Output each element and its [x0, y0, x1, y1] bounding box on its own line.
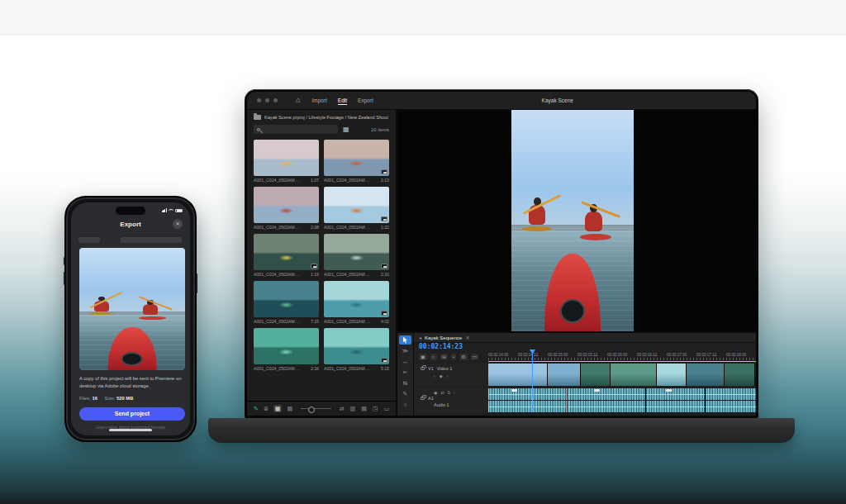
linked-selection-icon[interactable]: ⊞ [440, 354, 448, 360]
media-clip[interactable]: A001_C024_0502AM.RDC5:15 [324, 328, 389, 371]
zoom-window-icon[interactable] [273, 98, 278, 102]
tab-import[interactable]: Import [311, 95, 326, 106]
new-bin-icon[interactable]: ▥ [350, 406, 356, 411]
lock-icon[interactable] [421, 397, 425, 400]
media-clip[interactable]: A001_C024_0502AM.RDC1:19 [254, 234, 319, 277]
media-clip[interactable]: A001_C024_0502AM.RDC7:15 [254, 281, 319, 324]
settings-wrench-icon[interactable]: ⚙ [459, 354, 467, 360]
timeline-video-clip[interactable] [657, 364, 687, 386]
phone-volume-button [64, 257, 65, 265]
insert-overwrite-icon[interactable]: ▣ [419, 354, 427, 360]
captions-icon[interactable]: ▭ [471, 354, 479, 360]
project-folder-icon [254, 115, 261, 120]
ripple-edit-tool-icon[interactable]: ↔ [399, 357, 411, 366]
media-clip[interactable]: A001_C024_0502AM.RDC2:10 [324, 234, 389, 277]
media-clip[interactable]: A001_C024_0502AM.RDC1:07 [254, 140, 319, 183]
lock-icon[interactable] [421, 367, 425, 370]
kayaker-torso [585, 212, 602, 231]
list-view-icon[interactable]: ≣ [264, 406, 269, 411]
time-ruler[interactable]: 00:02:14:0000:02:14:1200:02:15:0000:02:1… [488, 351, 756, 362]
tab-edit[interactable]: Edit [338, 95, 347, 106]
kayaker-right [143, 304, 158, 315]
view-grid-icon[interactable]: ▦ [343, 126, 349, 133]
playhead[interactable] [532, 353, 533, 412]
mute-icon[interactable]: ⇄ [440, 390, 444, 395]
clip-caption: A001_C024_0502AM.RDC1:07 [254, 178, 319, 183]
chevron-left-icon[interactable]: ◂ [419, 335, 421, 340]
zoom-slider[interactable] [301, 408, 331, 409]
close-window-icon[interactable] [257, 98, 261, 102]
pen-tool-icon[interactable]: ✎ [399, 389, 411, 398]
home-indicator[interactable] [109, 429, 152, 431]
media-clip[interactable]: A001_C024_0502AM.RDC2:13 [324, 140, 389, 183]
timeline-video-clip[interactable] [488, 364, 548, 386]
clip-duration: 2:08 [311, 225, 319, 230]
program-monitor[interactable] [397, 110, 756, 331]
right-column: ≫↔✂⇆✎○ ◂ Kayak Sequence ✕ 00:02:14:23 ▣∩… [397, 110, 756, 416]
top-band [0, 0, 846, 35]
media-clip[interactable]: A001_C024_0502AM.RDC4:02 [324, 281, 389, 324]
track-select-tool-icon[interactable]: ≫ [399, 346, 411, 355]
export-option-chip[interactable] [78, 237, 100, 243]
zoom-tool-icon[interactable]: ○ [399, 400, 411, 409]
solo-icon[interactable]: S [448, 390, 450, 395]
timecode-display[interactable]: 00:02:14:23 [414, 343, 756, 351]
snap-icon[interactable]: ∩ [430, 354, 437, 360]
home-icon[interactable]: ⌂ [296, 97, 300, 104]
kayaker-left [529, 205, 546, 225]
audio-track-badge[interactable]: A1 [428, 396, 434, 401]
timeline-video-clip[interactable] [687, 364, 725, 386]
audio-clip-strip[interactable] [488, 388, 756, 413]
next-keyframe-icon[interactable]: › [447, 373, 449, 378]
marker-icon[interactable]: • [451, 354, 456, 360]
timeline-video-clip[interactable] [725, 364, 755, 386]
export-option-chip[interactable] [121, 237, 182, 243]
minimize-window-icon[interactable] [265, 98, 269, 102]
ruler-tick-label: 00:02:17:00 [667, 351, 696, 357]
battery-icon [175, 209, 183, 213]
ruler-tick-label: 00:02:17:12 [696, 351, 726, 357]
window-controls[interactable] [257, 98, 278, 102]
folder-icon[interactable]: ▤ [361, 406, 367, 411]
clip-duration: 1:07 [311, 178, 319, 183]
automate-to-sequence-icon[interactable]: ⇄ [340, 406, 345, 411]
send-project-button[interactable]: Send project [79, 407, 185, 421]
timeline-video-clip[interactable] [548, 364, 581, 386]
search-input[interactable] [254, 125, 338, 134]
filmstrip-view-icon[interactable]: ▤ [287, 406, 292, 411]
trash-icon[interactable]: ▭ [383, 406, 389, 411]
razor-tool-icon[interactable]: ✂ [399, 368, 411, 377]
prev-keyframe-icon[interactable]: ‹ [434, 373, 435, 378]
clip-duration: 2:13 [381, 178, 389, 183]
close-sequence-icon[interactable]: ✕ [465, 335, 469, 340]
ruler-tick-label: 00:02:16:12 [637, 351, 667, 357]
timeline-video-clip[interactable] [611, 364, 657, 386]
clip-name: A001_C024_0502AM.RDC [254, 366, 302, 371]
mic-icon[interactable]: ◦ [454, 390, 455, 395]
bin-toolbar-right: ⇄▥▤◳▭ [340, 406, 389, 411]
media-clip[interactable]: A001_C024_0502AM.RDC2:08 [254, 187, 319, 230]
kayaker-right [585, 212, 602, 231]
audio-clip-cut [705, 388, 706, 413]
audio-record-icon[interactable]: ◉ [434, 390, 437, 395]
breadcrumb[interactable]: Kayak Scene.prproj / Lifestyle Footage /… [264, 115, 388, 120]
grid-view-icon[interactable]: ▦ [273, 405, 283, 412]
media-clip[interactable]: A001_C024_0502AM.RDC2:16 [254, 328, 319, 371]
timeline-video-clip[interactable] [581, 364, 611, 386]
preview-video-frame [79, 248, 185, 370]
add-keyframe-icon[interactable]: ◆ [440, 373, 443, 378]
tab-export[interactable]: Export [358, 95, 373, 106]
selection-tool-icon[interactable] [399, 335, 411, 345]
app-titlebar: ⌂ ImportEditExport Kayak Scene [247, 92, 756, 110]
video-clip-strip[interactable] [488, 364, 756, 386]
new-item-icon[interactable]: ◳ [373, 406, 378, 411]
mode-tabs: ImportEditExport [311, 95, 373, 106]
sequence-tab[interactable]: Kayak Sequence [425, 335, 462, 340]
video-track-badge[interactable]: V1 [428, 366, 434, 371]
slip-tool-icon[interactable]: ⇆ [399, 378, 411, 388]
clip-thumbnail [324, 234, 389, 270]
media-clip[interactable]: A001_C024_0502AM.RDC1:22 [324, 187, 389, 230]
close-icon[interactable]: ✕ [173, 219, 183, 229]
pen-tool-icon[interactable]: ✎ [254, 406, 259, 411]
phone-screen: Export ✕ A copy of this project will be … [71, 202, 190, 435]
